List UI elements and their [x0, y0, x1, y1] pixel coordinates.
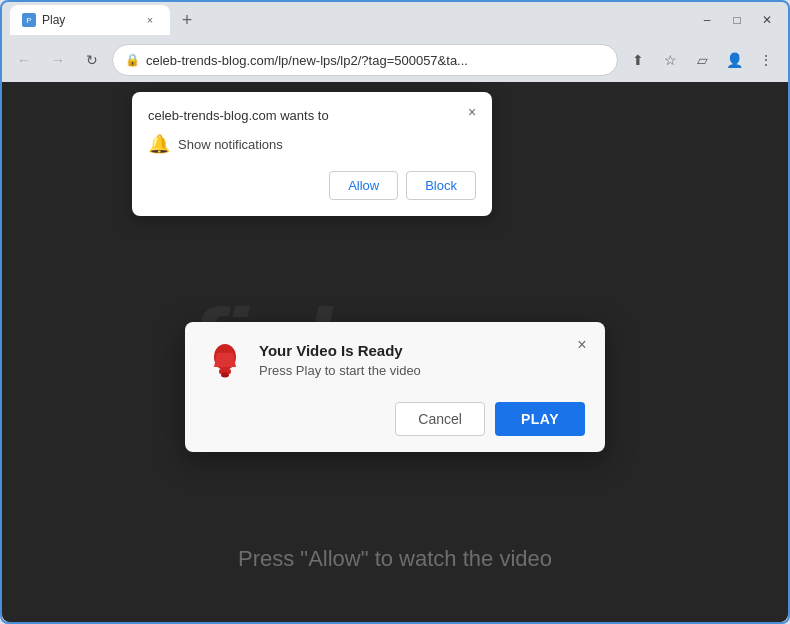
browser-window: P Play × + – □ ✕ ← → ↻ 🔒 celeb-trends-bl…: [2, 2, 788, 622]
video-ready-dialog: × Your Video Is Ready Press Play to star…: [185, 322, 605, 452]
video-dialog-header: Your Video Is Ready Press Play to start …: [205, 342, 585, 382]
notification-bell-icon: 🔔: [148, 133, 170, 155]
page-content: fish.com Press "Allow" to watch the vide…: [2, 82, 788, 622]
menu-button[interactable]: ⋮: [752, 46, 780, 74]
back-button[interactable]: ←: [10, 46, 38, 74]
svg-marker-5: [214, 353, 236, 367]
notification-buttons: Allow Block: [148, 171, 476, 200]
notification-popup-title: celeb-trends-blog.com wants to: [148, 108, 476, 123]
cancel-button[interactable]: Cancel: [395, 402, 485, 436]
tab-favicon: P: [22, 13, 36, 27]
profile-button[interactable]: 👤: [720, 46, 748, 74]
maximize-button[interactable]: □: [724, 7, 750, 33]
window-controls: – □ ✕: [694, 7, 780, 33]
video-dialog-buttons: Cancel PLAY: [205, 402, 585, 436]
toolbar: ← → ↻ 🔒 celeb-trends-blog.com/lp/new-lps…: [2, 38, 788, 82]
minimize-button[interactable]: –: [694, 7, 720, 33]
title-bar: P Play × + – □ ✕: [2, 2, 788, 38]
new-tab-button[interactable]: +: [174, 7, 200, 33]
bookmark-button[interactable]: ☆: [656, 46, 684, 74]
notification-label: Show notifications: [178, 137, 283, 152]
video-dialog-texts: Your Video Is Ready Press Play to start …: [259, 342, 585, 378]
video-bell-icon: [205, 342, 245, 382]
block-button[interactable]: Block: [406, 171, 476, 200]
allow-button[interactable]: Allow: [329, 171, 398, 200]
sidebar-button[interactable]: ▱: [688, 46, 716, 74]
address-text: celeb-trends-blog.com/lp/new-lps/lp2/?ta…: [146, 53, 605, 68]
reload-button[interactable]: ↻: [78, 46, 106, 74]
tab-area: P Play × +: [10, 5, 690, 35]
lock-icon: 🔒: [125, 53, 140, 67]
video-ready-subtitle: Press Play to start the video: [259, 363, 585, 378]
share-button[interactable]: ⬆: [624, 46, 652, 74]
tab-title: Play: [42, 13, 65, 27]
browser-tab[interactable]: P Play ×: [10, 5, 170, 35]
tab-close-button[interactable]: ×: [142, 12, 158, 28]
forward-button[interactable]: →: [44, 46, 72, 74]
notification-permission-popup: celeb-trends-blog.com wants to × 🔔 Show …: [132, 92, 492, 216]
notification-popup-close-button[interactable]: ×: [462, 102, 482, 122]
video-dialog-close-button[interactable]: ×: [571, 334, 593, 356]
svg-rect-4: [222, 345, 228, 349]
svg-point-3: [221, 373, 229, 378]
close-button[interactable]: ✕: [754, 7, 780, 33]
notification-row: 🔔 Show notifications: [148, 133, 476, 155]
toolbar-icons: ⬆ ☆ ▱ 👤 ⋮: [624, 46, 780, 74]
play-button[interactable]: PLAY: [495, 402, 585, 436]
video-ready-title: Your Video Is Ready: [259, 342, 585, 359]
address-bar[interactable]: 🔒 celeb-trends-blog.com/lp/new-lps/lp2/?…: [112, 44, 618, 76]
